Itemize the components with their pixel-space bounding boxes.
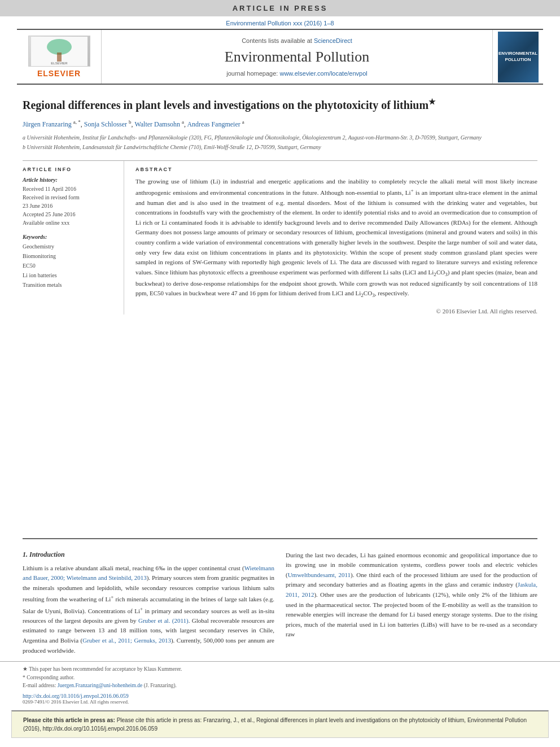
- intro-left-col: 1. Introduction Lithium is a relative ab…: [23, 551, 274, 656]
- available-online: Available online xxx: [23, 219, 115, 227]
- affiliation-a: a Universität Hohenheim, Institut für La…: [23, 133, 537, 142]
- homepage-link[interactable]: www.elsevier.com/locate/envpol: [279, 70, 367, 77]
- journal-ref-line: Environmental Pollution xxx (2016) 1–8: [0, 16, 560, 29]
- history-label: Article history:: [23, 177, 115, 183]
- author1-sup: a, *: [73, 119, 81, 125]
- author1-name[interactable]: Jürgen Franzaring: [23, 120, 72, 128]
- affiliation-b: b Universität Hohenheim, Landesanstalt f…: [23, 143, 537, 151]
- author3-sup: a: [182, 119, 184, 125]
- svg-point-1: [47, 39, 72, 55]
- ref-gruber2[interactable]: Gruber et al., 2011; Gernuks, 2013: [82, 637, 171, 644]
- received-revised: Received in revised form: [23, 193, 115, 202]
- journal-header: ELSEVIER ELSEVIER Contents lists availab…: [17, 29, 543, 85]
- article-in-press-banner: ARTICLE IN PRESS: [0, 0, 560, 16]
- ref-jaskula[interactable]: Jaskula, 2011, 2012: [286, 581, 537, 598]
- email-link[interactable]: Juergen.Franzaring@uni-hohenheim.de: [58, 683, 143, 688]
- article-info-abstract-section: ARTICLE INFO Article history: Received 1…: [23, 160, 537, 314]
- rights-line: 0269-7491/© 2016 Elsevier Ltd. All right…: [23, 699, 537, 705]
- introduction-section: 1. Introduction Lithium is a relative ab…: [0, 551, 560, 656]
- abstract-label: ABSTRACT: [135, 167, 537, 172]
- keyword-4: Li ion batteries: [23, 270, 115, 280]
- journal-cover-image: ENVIRONMENTAL POLLUTION: [498, 32, 539, 82]
- contents-text: Contents lists available at: [242, 37, 312, 44]
- elsevier-logo: ELSEVIER ELSEVIER: [28, 36, 90, 78]
- keyword-1: Geochemistry: [23, 242, 115, 251]
- cite-prefix-label: Please cite this article in press as:: [23, 717, 117, 723]
- keyword-3: EC50: [23, 261, 115, 270]
- footnote-corresponding: * Corresponding author.: [23, 674, 537, 682]
- email-suffix: (J. Franzaring).: [144, 683, 177, 688]
- author4-sup: a: [242, 119, 244, 125]
- intro-right-paragraph: During the last two decades, Li has gain…: [286, 551, 537, 640]
- title-star: ★: [428, 98, 436, 106]
- copyright-line: © 2016 Elsevier Ltd. All rights reserved…: [135, 305, 537, 314]
- keyword-2: Biomonitoring: [23, 251, 115, 261]
- revised-date: 23 June 2016: [23, 202, 115, 210]
- citation-bar: Please cite this article in press as: Pl…: [11, 710, 549, 738]
- abstract-column: ABSTRACT The growing use of lithium (Li)…: [135, 161, 537, 314]
- section-separator: [23, 538, 537, 539]
- citation-text: Please cite this article in press as: Fr…: [117, 717, 466, 723]
- author2-name[interactable]: Sonja Schlosser: [84, 120, 127, 128]
- journal-header-center: Contents lists available at ScienceDirec…: [102, 30, 492, 84]
- page: ARTICLE IN PRESS Environmental Pollution…: [0, 0, 560, 747]
- journal-homepage: journal homepage: www.elsevier.com/locat…: [226, 70, 367, 77]
- sciencedirect-link[interactable]: ScienceDirect: [314, 37, 352, 44]
- intro-paragraph-1: Lithium is a relative abundant alkali me…: [23, 563, 274, 656]
- footnote-star: ★ This paper has been recommended for ac…: [23, 665, 537, 673]
- intro-right-col: During the last two decades, Li has gain…: [286, 551, 537, 656]
- abstract-text: The growing use of lithium (Li) in indus…: [135, 177, 537, 300]
- homepage-label: journal homepage:: [226, 70, 278, 77]
- accepted-date: Accepted 25 June 2016: [23, 210, 115, 219]
- author4-name[interactable]: Andreas Fangmeier: [187, 120, 240, 128]
- paper-title: Regional differences in plant levels and…: [23, 97, 537, 112]
- doi-link[interactable]: http://dx.doi.org/10.1016/j.envpol.2016.…: [23, 693, 537, 699]
- article-content: Regional differences in plant levels and…: [0, 85, 560, 527]
- article-info-label: ARTICLE INFO: [23, 167, 115, 172]
- received-date: Received 11 April 2016: [23, 185, 115, 193]
- keywords-label: Keywords:: [23, 234, 115, 240]
- footnote-email: E-mail address: Juergen.Franzaring@uni-h…: [23, 682, 537, 689]
- article-info-column: ARTICLE INFO Article history: Received 1…: [23, 161, 124, 314]
- elsevier-logo-image: ELSEVIER: [28, 36, 90, 67]
- ref-wietelmann-bauer[interactable]: Wietelmann and Bauer, 2000; Wietelmann a…: [23, 565, 274, 582]
- svg-rect-2: [57, 53, 62, 62]
- ref-gruber[interactable]: Gruber et al. (2011): [138, 617, 189, 624]
- banner-text: ARTICLE IN PRESS: [233, 4, 328, 12]
- ref-umwelt[interactable]: Umweltbundesamt, 2011: [288, 571, 351, 578]
- journal-title: Environmental Pollution: [225, 49, 369, 65]
- svg-text:ELSEVIER: ELSEVIER: [51, 62, 68, 65]
- email-label: E-mail address:: [23, 683, 56, 688]
- journal-ref-text: Environmental Pollution xxx (2016) 1–8: [226, 20, 334, 27]
- intro-heading: 1. Introduction: [23, 551, 274, 559]
- contents-line: Contents lists available at ScienceDirec…: [242, 37, 352, 44]
- elsevier-label: ELSEVIER: [37, 69, 81, 78]
- authors-line: Jürgen Franzaring a, *, Sonja Schlosser …: [23, 118, 537, 130]
- author2-sup: b: [129, 119, 132, 125]
- elsevier-logo-section: ELSEVIER ELSEVIER: [17, 30, 102, 84]
- footnote-area: ★ This paper has been recommended for ac…: [0, 661, 560, 705]
- keyword-5: Transition metals: [23, 280, 115, 290]
- journal-cover-section: ENVIRONMENTAL POLLUTION: [492, 30, 543, 84]
- author3-name[interactable]: Walter Damsohn: [134, 120, 180, 128]
